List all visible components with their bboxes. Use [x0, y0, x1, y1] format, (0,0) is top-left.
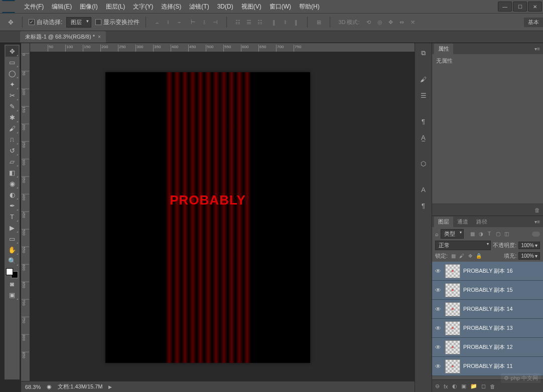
align-right-icon[interactable]: ⊣ — [210, 17, 220, 27]
layer-name[interactable]: PROBABLY 副本 13 — [463, 324, 513, 332]
menu-help[interactable]: 帮助(H) — [295, 2, 324, 12]
align-bottom-icon[interactable]: ⫟ — [174, 17, 184, 27]
lock-all-icon[interactable]: 🔒 — [475, 253, 482, 259]
show-transform-checkbox[interactable] — [95, 19, 101, 25]
document-tab[interactable]: 未标题-1 @ 68.3%(RGB/8) * × — [20, 31, 106, 43]
gradient-tool[interactable]: ◧ — [6, 167, 19, 178]
filter-type-icon[interactable]: T — [486, 231, 493, 237]
distribute-left-icon[interactable]: ‖ — [269, 17, 279, 27]
auto-select-target-dropdown[interactable]: 图层 — [66, 17, 91, 28]
eraser-tool[interactable]: ▱ — [6, 156, 19, 167]
layer-name[interactable]: PROBABLY 副本 14 — [463, 305, 513, 313]
artboard[interactable]: PROBABLY — [105, 72, 310, 363]
align-left-icon[interactable]: ⊢ — [188, 17, 198, 27]
menu-layer[interactable]: 图层(L) — [102, 2, 129, 12]
properties-tab[interactable]: 属性 — [434, 44, 453, 54]
new-group-icon[interactable]: 📁 — [470, 383, 477, 389]
distribute-right-icon[interactable]: ‖ — [291, 17, 301, 27]
magic-wand-tool[interactable]: ✦ — [6, 79, 19, 90]
lock-position-icon[interactable]: ✥ — [467, 253, 474, 259]
layer-name[interactable]: PROBABLY 副本 12 — [463, 343, 513, 351]
tab-layers[interactable]: 图层 — [434, 217, 453, 227]
layer-row[interactable]: 👁 P PROBABLY 副本 13 — [432, 319, 543, 338]
eyedropper-tool[interactable]: ✎ — [6, 101, 19, 112]
filter-pixel-icon[interactable]: ▦ — [469, 231, 476, 237]
healing-tool[interactable]: ✱ — [6, 112, 19, 123]
panel-menu-icon[interactable]: ▾≡ — [531, 219, 543, 225]
menu-select[interactable]: 选择(S) — [157, 2, 185, 12]
layer-row[interactable]: 👁 P PROBABLY 副本 14 — [432, 300, 543, 319]
brush-panel-icon[interactable]: 🖌 — [418, 73, 430, 85]
3d-orbit-icon[interactable]: ⟲ — [364, 17, 374, 27]
layer-thumbnail[interactable]: P — [445, 264, 460, 278]
layer-thumbnail[interactable]: P — [445, 359, 460, 373]
layer-list[interactable]: 👁 P PROBABLY 副本 16 👁 P PROBABLY 副本 15 👁 … — [432, 262, 543, 379]
new-layer-icon[interactable]: ◻ — [481, 383, 486, 389]
distribute-top-icon[interactable]: ☷ — [233, 17, 243, 27]
doc-info[interactable]: 文档:1.43M/15.7M — [58, 383, 102, 390]
menu-type[interactable]: 文字(Y) — [129, 2, 157, 12]
history-icon[interactable]: ⧉ — [418, 47, 430, 59]
crop-tool[interactable]: ✂ — [6, 90, 19, 101]
tab-paths[interactable]: 路径 — [472, 217, 491, 227]
char-style-icon[interactable]: A — [418, 183, 430, 195]
panel-menu-icon[interactable]: ▾≡ — [531, 46, 543, 52]
layer-name[interactable]: PROBABLY 副本 11 — [463, 362, 513, 370]
close-button[interactable]: ✕ — [528, 2, 542, 12]
visibility-icon[interactable]: 👁 — [434, 287, 442, 294]
workspace-switcher[interactable]: 基本 — [524, 18, 543, 27]
zoom-tool[interactable]: 🔍 — [6, 255, 19, 266]
visibility-icon[interactable]: 👁 — [434, 306, 442, 313]
brush-presets-icon[interactable]: ☰ — [418, 89, 430, 101]
character-icon[interactable]: A̲ — [418, 131, 430, 143]
vertical-ruler[interactable]: 0 50 100 150 200 250 300 350 400 450 500… — [21, 43, 30, 392]
visibility-icon[interactable]: 👁 — [434, 268, 442, 275]
tab-channels[interactable]: 通道 — [453, 217, 472, 227]
distribute-hcenter-icon[interactable]: ⦀ — [280, 17, 290, 27]
link-layers-icon[interactable]: ⊖ — [435, 383, 440, 389]
paragraph-icon[interactable]: ¶ — [418, 115, 430, 127]
layer-name[interactable]: PROBABLY 副本 15 — [463, 286, 513, 294]
3d-pan-icon[interactable]: ✥ — [386, 17, 396, 27]
menu-filter[interactable]: 滤镜(T) — [185, 2, 213, 12]
filter-toggle[interactable] — [532, 232, 540, 237]
pen-tool[interactable]: ✒ — [6, 200, 19, 211]
lock-transparent-icon[interactable]: ▦ — [450, 253, 457, 259]
zoom-level[interactable]: 68.3% — [25, 384, 41, 390]
filter-smart-icon[interactable]: ◫ — [503, 231, 510, 237]
layer-row[interactable]: 👁 P PROBABLY 副本 15 — [432, 281, 543, 300]
type-tool[interactable]: T — [6, 211, 19, 222]
auto-align-icon[interactable]: ⊞ — [314, 17, 324, 27]
fill-input[interactable]: 100%▾ — [518, 252, 540, 260]
color-swatch[interactable] — [6, 268, 18, 278]
menu-file[interactable]: 文件(F) — [20, 2, 48, 12]
filter-type-dropdown[interactable]: 类型 — [441, 229, 464, 239]
layer-thumbnail[interactable]: P — [445, 283, 460, 297]
layer-thumbnail[interactable]: P — [445, 321, 460, 335]
foreground-color[interactable] — [6, 268, 13, 275]
blur-tool[interactable]: ◉ — [6, 178, 19, 189]
filter-shape-icon[interactable]: ▢ — [494, 231, 501, 237]
move-tool-icon[interactable]: ✥ — [5, 17, 16, 28]
layer-row[interactable]: 👁 P PROBABLY 副本 16 — [432, 262, 543, 281]
layer-row[interactable]: 👁 P PROBABLY 副本 12 — [432, 338, 543, 357]
canvas[interactable]: PROBABLY — [30, 52, 415, 392]
adjustment-layer-icon[interactable]: ▣ — [461, 383, 466, 389]
close-tab-icon[interactable]: × — [98, 34, 101, 40]
para-style-icon[interactable]: ¶ — [418, 200, 430, 212]
distribute-bottom-icon[interactable]: ☷ — [255, 17, 265, 27]
layer-name[interactable]: PROBABLY 副本 16 — [463, 267, 513, 275]
screenmode-tool[interactable]: ▣ — [6, 289, 19, 300]
quickmask-tool[interactable]: ◙ — [6, 278, 19, 289]
visibility-icon[interactable]: 👁 — [434, 344, 442, 351]
path-select-tool[interactable]: ▶ — [6, 222, 19, 233]
show-transform-checkbox-wrap[interactable]: 显示变换控件 — [95, 18, 140, 27]
status-icon[interactable]: ◉ — [47, 383, 52, 390]
3d-roll-icon[interactable]: ◎ — [375, 17, 385, 27]
3d-scale-icon[interactable]: ⤧ — [408, 17, 418, 27]
align-vcenter-icon[interactable]: ⫲ — [163, 17, 173, 27]
trash-icon[interactable]: 🗑 — [534, 207, 540, 213]
lock-pixels-icon[interactable]: 🖌 — [458, 253, 465, 259]
layer-thumbnail[interactable]: P — [445, 302, 460, 316]
layer-fx-icon[interactable]: fx — [444, 383, 448, 389]
